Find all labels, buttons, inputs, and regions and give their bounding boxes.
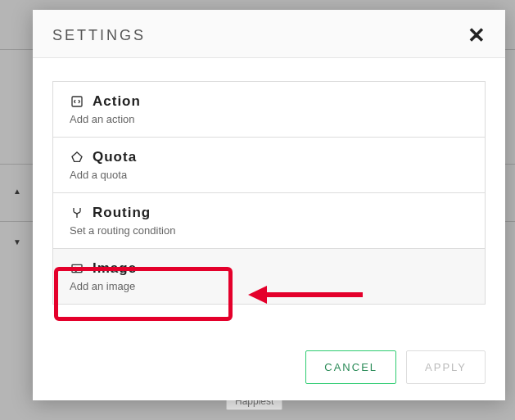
svg-rect-0	[72, 97, 82, 106]
code-icon	[70, 94, 84, 109]
svg-point-2	[75, 267, 76, 269]
modal-body: Action Add an action Quota Add a quota	[33, 58, 505, 336]
collapse-up-icon: ▲	[13, 187, 21, 196]
option-action[interactable]: Action Add an action	[53, 82, 485, 138]
modal-header: SETTINGS ✕	[33, 10, 505, 58]
cancel-button[interactable]: CANCEL	[305, 350, 396, 384]
close-button[interactable]: ✕	[468, 25, 486, 46]
modal-footer: CANCEL APPLY	[33, 336, 505, 400]
close-icon: ✕	[468, 23, 486, 47]
modal-title: SETTINGS	[52, 27, 146, 44]
collapse-down-icon: ▼	[13, 237, 21, 246]
option-subtitle: Add an action	[70, 113, 468, 125]
svg-rect-1	[72, 264, 82, 272]
settings-modal: SETTINGS ✕ Action Add an action	[33, 10, 505, 400]
option-image[interactable]: Image Add an image	[53, 249, 485, 304]
option-title: Image	[93, 260, 137, 277]
branch-icon	[70, 205, 84, 220]
apply-button[interactable]: APPLY	[406, 350, 486, 384]
option-subtitle: Add a quota	[70, 169, 468, 181]
option-list: Action Add an action Quota Add a quota	[52, 81, 486, 305]
tag-icon	[70, 150, 84, 165]
image-icon	[70, 261, 84, 276]
option-subtitle: Add an image	[70, 280, 468, 292]
option-quota[interactable]: Quota Add a quota	[53, 138, 485, 193]
option-subtitle: Set a routing condition	[70, 224, 468, 237]
option-routing[interactable]: Routing Set a routing condition	[53, 193, 485, 249]
option-title: Routing	[93, 205, 151, 221]
option-title: Action	[93, 93, 141, 110]
option-title: Quota	[93, 149, 137, 165]
